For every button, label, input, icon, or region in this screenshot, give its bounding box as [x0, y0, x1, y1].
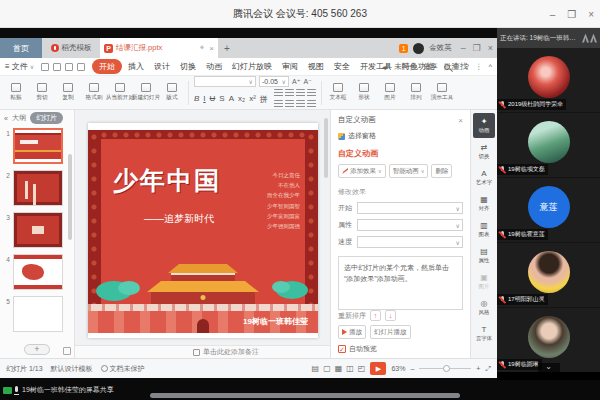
toolbar-button[interactable]: 图片 [377, 83, 403, 102]
selection-pane-button[interactable]: 选择窗格 [338, 131, 463, 141]
zoom-slider-knob[interactable] [443, 365, 450, 372]
increase-font-icon[interactable]: A⁺ [292, 78, 300, 86]
zoom-slider[interactable] [419, 368, 471, 369]
tab-docer[interactable]: 稻壳模板 [42, 38, 100, 58]
toolbar-button[interactable]: 复制 [55, 83, 81, 102]
print-icon[interactable] [53, 63, 61, 71]
slide-page[interactable]: 今日之责任不在他人而全在我少年少年智则国智少年富则国富少年强则国强 少年中国 —… [88, 123, 318, 338]
rail-tool-button[interactable]: ▦ 对齐 [473, 191, 495, 216]
rail-tool-button[interactable]: T 云字体 [473, 321, 495, 346]
decrease-font-icon[interactable]: A⁻ [303, 78, 311, 86]
effect-field-combobox[interactable]: ∨ [357, 236, 463, 248]
fit-screen-icon[interactable]: ⤢ [485, 365, 491, 373]
tab-document[interactable]: P 结课汇报.pptx ⌖ × [100, 38, 218, 58]
rail-tool-button[interactable]: ⇄ 切换 [473, 139, 495, 164]
collapse-panel-icon[interactable]: « [4, 115, 8, 122]
zoom-in-icon[interactable]: + [476, 365, 480, 372]
sync-status[interactable]: 未同步 [394, 62, 417, 72]
rail-tool-button[interactable]: ✦ 动画 [473, 113, 495, 138]
account-name[interactable]: 金效英 [429, 43, 452, 53]
participant-tile[interactable]: 19树临项文磊 [497, 113, 600, 177]
text-style-button[interactable]: x₂ [238, 94, 245, 105]
file-menu-button[interactable]: ≡ 文件 ∨ [5, 61, 34, 72]
notes-bar[interactable]: 单击此处添加备注 [75, 345, 330, 358]
slide-thumbnail[interactable]: 3 [3, 212, 74, 248]
collapse-ribbon-icon[interactable]: ^ [488, 62, 492, 71]
toolbar-button[interactable]: 版式 [159, 83, 185, 102]
move-down-icon[interactable]: ↓ [385, 310, 396, 321]
text-style-button[interactable]: U [210, 94, 216, 105]
effect-field-combobox[interactable]: ∨ [357, 219, 463, 231]
slide-thumbnail[interactable]: 4 [3, 254, 74, 290]
align-left-icon[interactable] [274, 89, 283, 98]
toolbar-button[interactable]: 文本框 [325, 83, 351, 102]
view-mode-icon[interactable]: ▢ [323, 364, 331, 373]
save-icon[interactable] [41, 63, 49, 71]
thumbnail-scrollbar[interactable] [68, 154, 72, 240]
undo-icon[interactable] [77, 63, 85, 71]
slide-thumbnail[interactable]: 5 [3, 296, 74, 332]
design-template-label[interactable]: 默认设计模板 [51, 364, 93, 374]
ribbon-tab[interactable]: 幻灯片放映 [228, 60, 276, 73]
zoom-out-icon[interactable]: – [410, 365, 414, 372]
slideshow-button[interactable]: 幻灯片播放 [370, 325, 411, 339]
delete-effect-button[interactable]: 删除 [431, 164, 452, 178]
participant-tile[interactable]: 意莲 19树临霍意莲 [497, 178, 600, 242]
maximize-icon[interactable]: ❐ [567, 9, 576, 20]
justify-icon[interactable] [307, 89, 316, 98]
panel-corner-icon[interactable] [63, 347, 71, 355]
toolbar-button[interactable]: 演示工具 [429, 83, 455, 102]
toolbar-button[interactable]: 新建幻灯片 [133, 83, 159, 102]
account-avatar[interactable] [413, 43, 424, 54]
slide-thumbnail[interactable]: 1 [3, 128, 74, 164]
update-badge[interactable]: 1 [399, 44, 408, 53]
toolbar-button[interactable]: 格式刷 [81, 83, 107, 102]
bullet-list-icon[interactable] [274, 100, 283, 109]
view-mode-icon[interactable]: ▦ [335, 364, 343, 373]
number-list-icon[interactable] [285, 100, 294, 109]
ribbon-tab[interactable]: 开始 [92, 59, 122, 74]
smart-animation-button[interactable]: 智能动画 ∨ [389, 164, 429, 178]
help-icon[interactable]: ? [465, 62, 469, 71]
align-right-icon[interactable] [296, 89, 305, 98]
participant-tile[interactable]: 2019级杜鹃同学荣幸 [497, 48, 600, 112]
new-tab-button[interactable]: + [218, 38, 236, 58]
slideshow-play-button[interactable]: ▶ [370, 362, 386, 375]
horizontal-scrollbar[interactable] [150, 393, 460, 398]
toolbar-button[interactable]: 从当前开始 [107, 83, 133, 102]
text-style-button[interactable]: I [203, 94, 205, 105]
rail-tool-button[interactable]: ▥ 图表 [473, 217, 495, 242]
tab-home[interactable]: 首页 [0, 38, 42, 58]
participant-tile[interactable]: 19树临圆琳 [497, 308, 600, 372]
slide-thumbnail[interactable]: 2 [3, 170, 74, 206]
move-up-icon[interactable]: ↑ [370, 310, 381, 321]
pin-icon[interactable]: ⌖ [200, 43, 205, 53]
play-animation-button[interactable]: 播放 [338, 325, 366, 339]
auto-preview-checkbox[interactable]: ✓ 自动预览 [338, 344, 463, 354]
comment-button[interactable]: 批注 [444, 62, 459, 72]
ribbon-tab[interactable]: 审阅 [278, 60, 302, 73]
canvas-scrollbar[interactable] [324, 118, 328, 178]
ribbon-tab[interactable]: 切换 [176, 60, 200, 73]
font-size-combobox[interactable]: -0.05 ∨ [259, 76, 289, 87]
ribbon-tab[interactable]: 安全 [330, 60, 354, 73]
ribbon-tab[interactable]: 设计 [150, 60, 174, 73]
minimize-icon[interactable]: – [550, 9, 556, 20]
view-mode-icon[interactable]: ▤ [312, 364, 320, 373]
tab-close-icon[interactable]: × [209, 44, 214, 53]
wps-maximize-icon[interactable]: ❐ [473, 43, 481, 53]
participant-tile[interactable]: 17明阳郭山灵 [497, 243, 600, 307]
text-style-button[interactable]: B [194, 94, 199, 105]
view-mode-icon[interactable]: ◰ [358, 364, 366, 373]
rail-tool-button[interactable]: ◎ 风格 [473, 295, 495, 320]
ribbon-tab[interactable]: 动画 [202, 60, 226, 73]
panel-close-icon[interactable]: × [458, 116, 463, 125]
add-slide-button[interactable]: + [24, 344, 50, 355]
ribbon-tab[interactable]: 视图 [304, 60, 328, 73]
text-style-button[interactable]: S [219, 94, 224, 105]
line-spacing-icon[interactable] [307, 100, 316, 109]
document-protect-label[interactable]: 文档未保护 [110, 364, 145, 374]
close-icon[interactable]: × [588, 9, 594, 20]
align-center-icon[interactable] [285, 89, 294, 98]
view-mode-icon[interactable]: ◫ [346, 364, 354, 373]
